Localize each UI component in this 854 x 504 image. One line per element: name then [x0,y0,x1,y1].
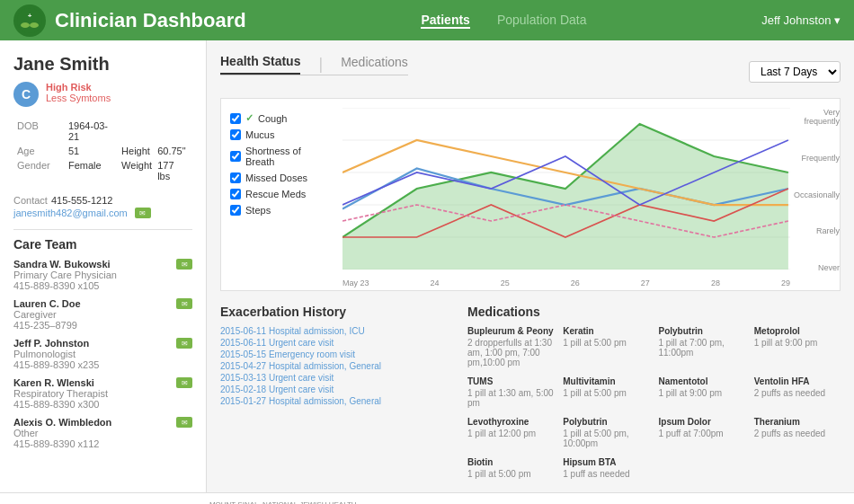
nav-patients[interactable]: Patients [421,13,469,29]
list-item: Alexis O. Wimbledon Other 415-889-8390 x… [13,417,192,449]
chart-legend: ✓ Cough Mucus Shortness of Breath Missed… [221,99,338,290]
legend-checkbox-rescue[interactable] [230,189,241,199]
medications-title: Medications [467,305,841,319]
main-layout: Jane Smith C High Risk Less Symtoms DOB … [0,40,854,492]
medications-panel: Medications Bupleurum & Peony 2 dropperf… [467,305,841,479]
list-item: Ipsum Dolor 1 puff at 7:00pm [659,417,745,448]
contact-section: Contact 415-555-1212 janesmith482@gmail.… [13,195,192,218]
list-item: Sandra W. Bukowski Primary Care Physicia… [13,259,192,291]
patient-email: janesmith482@gmail.com [13,208,128,218]
svg-point-3 [30,22,39,28]
user-menu[interactable]: Jeff Johnston ▾ [761,13,841,27]
time-filter-select[interactable]: Last 7 Days [749,61,841,83]
svg-marker-10 [342,124,788,270]
list-item: Keratin 1 pill at 5:00 pm [563,326,649,367]
legend-shortness[interactable]: Shortness of Breath [230,146,329,167]
list-item: Lauren C. Doe Caregiver 415-235–8799 ✉ [13,298,192,331]
care-team-list: Sandra W. Bukowski Primary Care Physicia… [13,259,192,449]
list-item: Theranium 2 puffs as needed [754,417,841,448]
legend-cough[interactable]: ✓ Cough [230,112,329,124]
email-icon-4[interactable]: ✉ [176,417,192,428]
legend-checkbox-steps[interactable] [230,205,241,216]
legend-checkbox-cough[interactable] [230,113,241,124]
patient-name: Jane Smith [13,54,192,75]
header: + Clinician Dashboard Patients Populatio… [0,0,854,40]
email-icon-1[interactable]: ✉ [176,298,192,309]
email-icon-3[interactable]: ✉ [176,377,192,388]
footer-logos: MOUNT SINAI · NATIONAL JEWISH HEALTH Res… [13,500,841,504]
legend-checkbox-shortness[interactable] [230,151,241,162]
list-item: Karen R. Wlenski Respiratory Therapist 4… [13,377,192,410]
contact-row: Contact 415-555-1212 [13,195,192,206]
header-left: + Clinician Dashboard [13,4,246,37]
care-team-title: Care Team [13,237,192,252]
lower-panels: Exacerbation History 2015-06-11 Hospital… [220,305,841,479]
chart-x-labels: May 23 24 25 26 27 28 29 [342,279,790,287]
list-item: Jeff P. Johnston Pulmonologist 415-889-8… [13,338,192,370]
svg-point-2 [21,22,30,28]
list-item[interactable]: 2015-06-11 Urgent care visit [220,338,454,348]
list-item: TUMS 1 pill at 1:30 am, 5:00 pm [467,376,554,408]
tab-health-status[interactable]: Health Status [220,54,300,75]
list-item: Metoprolol 1 pill at 9:00 pm [754,326,841,367]
list-item[interactable]: 2015-02-18 Urgent care visit [220,385,454,394]
list-item: Hipsum BTA 1 puff as needed [563,457,649,479]
sidebar: Jane Smith C High Risk Less Symtoms DOB … [0,40,207,492]
tabs: Health Status | Medications [220,54,408,75]
legend-checkbox-mucus[interactable] [230,129,241,140]
exacerbation-panel: Exacerbation History 2015-06-11 Hospital… [220,305,454,479]
legend-missed-doses[interactable]: Missed Doses [230,172,329,183]
legend-checkbox-missed[interactable] [230,172,241,183]
patient-info: DOB 1964-03-21 Age 51 Height 60.75" Gend… [13,118,192,184]
content-header: Health Status | Medications Last 7 Days [220,54,841,89]
chart-container: ✓ Cough Mucus Shortness of Breath Missed… [220,98,841,291]
tab-medications[interactable]: Medications [341,55,408,74]
list-item: Polybutrin 1 pill at 7:00 pm, 11:00pm [659,326,745,367]
list-item[interactable]: 2015-01-27 Hospital admission, General [220,396,454,406]
svg-text:+: + [28,12,32,20]
legend-steps[interactable]: Steps [230,205,329,216]
legend-mucus[interactable]: Mucus [230,129,329,140]
list-item[interactable]: 2015-03-13 Urgent care visit [220,373,454,383]
risk-badge: C [13,82,39,107]
chart-y-labels: Very frequently Frequently Occasionally … [793,108,840,272]
content-area: Health Status | Medications Last 7 Days … [207,40,854,492]
email-icon-patient[interactable]: ✉ [135,208,151,218]
risk-text: High Risk Less Symtoms [46,82,111,103]
list-item: Levothyroxine 1 pill at 12:00 pm [467,417,554,448]
list-item: Bupleurum & Peony 2 dropperfulls at 1:30… [467,326,554,367]
app-logo: + [13,4,46,37]
app-title: Clinician Dashboard [55,9,246,32]
list-item[interactable]: 2015-04-27 Hospital admission, General [220,361,454,371]
email-icon-2[interactable]: ✉ [176,338,192,349]
patient-badge: C High Risk Less Symtoms [13,82,192,107]
list-item: Biotin 1 pill at 5:00 pm [467,457,554,479]
header-nav: Patients Population Data [421,13,586,29]
legend-rescue-meds[interactable]: Rescue Meds [230,189,329,199]
exacerbation-title: Exacerbation History [220,305,454,319]
list-item: Multivitamin 1 pill at 5:00 pm [563,376,649,408]
email-icon-0[interactable]: ✉ [176,259,192,270]
list-item: Namentotol 1 pill at 9:00 pm [659,376,745,408]
chart-svg-area: May 23 24 25 26 27 28 29 Very frequently… [338,99,840,290]
list-item: Polybutrin 1 pill at 5:00 pm, 10:00pm [563,417,649,448]
list-item[interactable]: 2015-05-15 Emergency room visit [220,349,454,359]
medications-grid: Bupleurum & Peony 2 dropperfulls at 1:30… [467,326,841,479]
list-item[interactable]: 2015-06-11 Hospital admission, ICU [220,326,454,336]
footer: MOUNT SINAI · NATIONAL JEWISH HEALTH Res… [0,492,854,504]
nav-population[interactable]: Population Data [497,13,587,29]
list-item: Ventolin HFA 2 puffs as needed [754,376,841,408]
health-chart [342,108,790,270]
